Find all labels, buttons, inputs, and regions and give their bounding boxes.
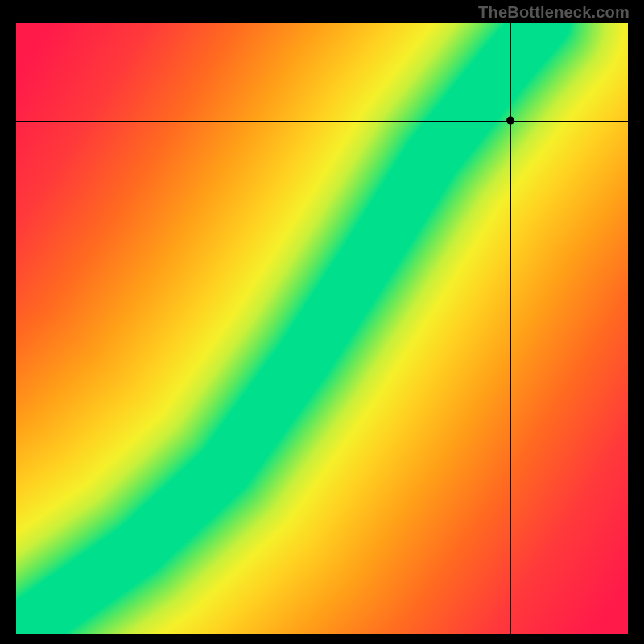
watermark-text: TheBottleneck.com: [478, 3, 630, 22]
heatmap-canvas: [16, 23, 628, 634]
heatmap-plot: [16, 23, 628, 634]
